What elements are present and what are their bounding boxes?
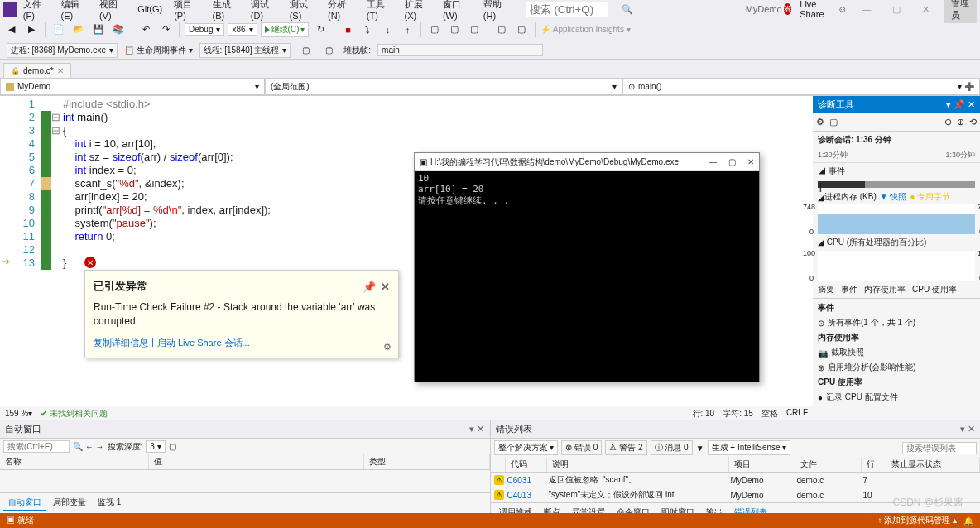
feedback-icon[interactable]: ☺ [838,4,847,14]
crlf-indicator[interactable]: CRLF [786,408,808,420]
messages-filter[interactable]: ⓘ 消息 0 [651,440,693,455]
con-close[interactable]: ✕ [747,157,754,166]
copy-details-link[interactable]: 复制详细信息 [94,337,148,349]
open-icon[interactable]: 📂 [70,22,87,38]
tree-events[interactable]: 事件 [818,300,975,315]
menu-edit[interactable]: 编辑(E) [56,0,93,22]
diag-tab-summary[interactable]: 摘要 [818,284,834,295]
refresh-icon[interactable]: ↻ [312,22,329,38]
menu-file[interactable]: 文件(F) [18,0,55,22]
menu-tools[interactable]: 工具(T) [362,0,398,22]
diag-tab-events[interactable]: 事件 [841,284,858,295]
con-max[interactable]: ▢ [728,157,736,166]
error-search[interactable] [902,442,977,454]
build-filter[interactable]: 生成 + IntelliSense ▾ [708,440,791,455]
saveall-icon[interactable]: 📚 [110,22,127,38]
tb-icon-5[interactable]: ▢ [513,22,530,38]
diag-tab-memory[interactable]: 内存使用率 [864,284,906,295]
pin-icon[interactable]: 📌 [363,281,376,293]
col-line[interactable]: 行 [862,457,886,472]
source-control[interactable]: ↑ 添加到源代码管理 ▴ [877,515,957,526]
popup-close-icon[interactable]: ✕ [381,281,390,293]
config-dropdown[interactable]: Debug ▾ [185,23,224,36]
col-code[interactable]: 代码 [506,457,547,472]
menu-help[interactable]: 帮助(H) [478,0,516,22]
menu-build[interactable]: 生成(B) [208,0,244,22]
menu-analyze[interactable]: 分析(N) [323,0,360,22]
notification-badge[interactable]: 券 [784,3,792,15]
close-button[interactable]: ✕ [915,2,936,17]
tb-icon-1[interactable]: ▢ [426,22,443,38]
col-suppress[interactable]: 禁止显示状态 [886,457,981,472]
col-desc[interactable]: 说明 [547,457,729,472]
tree-cpu[interactable]: CPU 使用率 [818,375,975,390]
step-into-icon[interactable]: ↓ [379,22,396,38]
nav-scope[interactable]: (全局范围)▾ [265,78,622,95]
console-titlebar[interactable]: ▣ H:\我的编程学习代码\数据结构\demo\MyDemo\Debug\MyD… [415,153,759,171]
continue-button[interactable]: 继续(C) ▾ [261,22,310,37]
minimize-button[interactable]: — [855,2,877,16]
error-row[interactable]: ⚠C6031返回值被忽略: "scanf"。MyDemodemo.c7 [491,473,981,487]
diag-tab-cpu[interactable]: CPU 使用率 [912,284,957,295]
col-value[interactable]: 值 [149,454,364,469]
errors-filter[interactable]: ⊗ 错误 0 [561,440,602,455]
nav-function[interactable]: ⊙ main()▾ ➕ [622,78,980,95]
menu-git[interactable]: Git(G) [132,2,167,16]
forward-icon[interactable]: ▶ [23,22,40,38]
menu-test[interactable]: 测试(S) [285,0,321,22]
insights-label[interactable]: ⚡ Application Insights ▾ [540,25,630,34]
stackframe-dropdown[interactable]: main [377,44,543,56]
console-window[interactable]: ▣ H:\我的编程学习代码\数据结构\demo\MyDemo\Debug\MyD… [414,152,760,382]
col-type[interactable]: 类型 [364,454,490,469]
con-min[interactable]: — [709,157,717,166]
menu-view[interactable]: 视图(V) [94,0,131,22]
liveshare-link[interactable]: 启动 Live Share 会话... [157,337,250,349]
col-file[interactable]: 文件 [795,457,862,472]
col-name[interactable]: 名称 [0,454,149,469]
menu-project[interactable]: 项目(P) [169,0,205,22]
spaces-indicator[interactable]: 空格 [761,408,778,420]
zoom-out-icon[interactable]: ⊖ [944,117,952,127]
col-proj[interactable]: 项目 [729,457,795,472]
issues-label[interactable]: 未找到相关问题 [50,409,108,418]
gear-icon[interactable]: ⚙ [816,117,824,127]
diag-icon-1[interactable]: ▢ [829,117,838,127]
reset-icon[interactable]: ⟲ [969,117,977,127]
col-icon[interactable] [491,457,506,472]
menu-extensions[interactable]: 扩展(X) [400,0,436,22]
live-share[interactable]: Live Share [800,0,829,19]
error-icon[interactable]: ✕ [84,257,96,268]
tab-locals[interactable]: 局部变量 [48,495,91,511]
filter-icon[interactable]: ▼ [696,444,704,453]
thread-dropdown[interactable]: 线程: [15840] 主线程 ▾ [199,43,291,58]
nav-project[interactable]: MyDemo▾ [0,78,265,95]
tree-snapshot[interactable]: 截取快照 [831,347,864,358]
step-over-icon[interactable]: ⤵ [359,22,376,38]
save-icon[interactable]: 💾 [90,22,107,38]
menu-window[interactable]: 窗口(W) [438,0,477,22]
process-dropdown[interactable]: 进程: [8368] MyDemo.exe ▾ [7,43,118,58]
zoom-in-icon[interactable]: ⊕ [957,117,964,127]
file-tab[interactable]: 🔒 demo.c* ✕ [3,63,71,78]
back-icon[interactable]: ◀ [3,22,20,38]
tab-autos[interactable]: 自动窗口 [3,495,46,511]
lifecycle-label[interactable]: 📋 生命周期事件 ▾ [124,45,193,56]
tb-icon-2[interactable]: ▢ [446,22,463,38]
depth-dropdown[interactable]: 3 ▾ [146,440,165,453]
tree-cpu-record[interactable]: 记录 CPU 配置文件 [826,391,898,403]
undo-icon[interactable]: ↶ [137,22,154,38]
tab-close-icon[interactable]: ✕ [57,66,64,75]
tree-heap[interactable]: 启用堆分析(会影响性能) [828,362,916,373]
tb2-icon-2[interactable]: ▢ [320,42,337,59]
maximize-button[interactable]: ▢ [886,2,907,17]
scope-dropdown[interactable]: 整个解决方案 ▾ [494,440,559,455]
new-icon[interactable]: 📄 [50,22,67,38]
quick-search[interactable] [526,2,608,17]
autos-search[interactable] [3,440,70,453]
tb-icon-4[interactable]: ▢ [493,22,510,38]
zoom-level[interactable]: 159 % [5,409,28,418]
tb-icon-3[interactable]: ▢ [466,22,483,38]
tree-memory[interactable]: 内存使用率 [818,330,975,345]
platform-dropdown[interactable]: x86 ▾ [228,23,257,36]
stop-icon[interactable]: ■ [339,22,356,38]
